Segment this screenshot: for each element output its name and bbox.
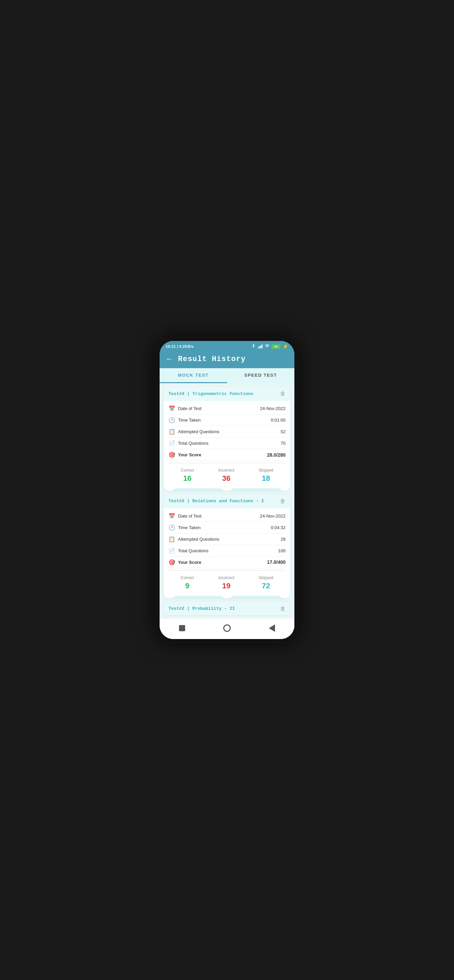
square-icon bbox=[179, 625, 185, 631]
card-1-total-label: 📄 Total Questions bbox=[169, 440, 209, 447]
results-list: Test#4 | Trigonometric Functions 🗑 📅 Dat… bbox=[159, 383, 295, 619]
score-icon: 🎯 bbox=[169, 452, 175, 458]
charging-icon: ⚡ bbox=[282, 344, 288, 349]
card-2-attempted-row: 📋 Attempted Questions 28 bbox=[169, 533, 285, 545]
svg-rect-2 bbox=[261, 345, 261, 348]
clock-icon: 🕐 bbox=[169, 417, 175, 423]
correct-label-2: Correct bbox=[181, 576, 194, 580]
card-2-date-value: 24-Nov-2022 bbox=[260, 514, 285, 519]
card-1-body: 📅 Date of Test 24-Nov-2022 🕐 Time Taken … bbox=[164, 401, 290, 491]
status-bar: 10:21 | 0.2KB/s 60 bbox=[159, 341, 295, 351]
incorrect-value: 36 bbox=[218, 474, 234, 483]
status-icons: 60 ⚡ bbox=[251, 344, 288, 349]
score-icon-2: 🎯 bbox=[169, 559, 175, 566]
correct-label: Correct bbox=[181, 468, 194, 473]
card-2-score-row: 🎯 Your Score 17.0/400 bbox=[169, 557, 285, 568]
card-1-actions: SOLUTION RETAKE bbox=[169, 485, 285, 491]
bluetooth-icon bbox=[251, 344, 256, 349]
card-2-body: 📅 Date of Test 24-Nov-2022 🕐 Time Taken … bbox=[164, 508, 290, 598]
nav-square-button[interactable] bbox=[176, 622, 188, 634]
card-1-attempted-value: 52 bbox=[281, 429, 285, 434]
triangle-icon bbox=[269, 624, 275, 632]
battery-indicator: 60 bbox=[272, 344, 280, 349]
card-1-time-value: 0:01:00 bbox=[271, 417, 285, 423]
card-1-retake-button[interactable]: RETAKE bbox=[229, 488, 284, 491]
signal-icon bbox=[258, 344, 263, 349]
card-1-total-value: 70 bbox=[281, 441, 285, 446]
card-2-total-value: 100 bbox=[278, 548, 285, 553]
nav-back-button[interactable] bbox=[266, 622, 278, 634]
card-3-delete-icon[interactable]: 🗑 bbox=[280, 606, 285, 612]
card-1-date-row: 📅 Date of Test 24-Nov-2022 bbox=[169, 403, 285, 414]
back-button[interactable]: ← bbox=[166, 355, 173, 363]
card-1-correct: Correct 16 bbox=[181, 468, 194, 483]
calendar-icon: 📅 bbox=[169, 405, 175, 412]
total-icon: 📄 bbox=[169, 440, 175, 447]
card-2-solution-button[interactable]: SOLUTION bbox=[170, 596, 225, 598]
card-2-skipped: Skipped 72 bbox=[259, 576, 273, 590]
card-2-divider bbox=[169, 570, 285, 571]
svg-rect-0 bbox=[258, 347, 259, 348]
card-2-incorrect: Incorrect 19 bbox=[218, 576, 234, 590]
card-2-delete-icon[interactable]: 🗑 bbox=[280, 498, 285, 504]
card-1-time-label: 🕐 Time Taken bbox=[169, 417, 201, 423]
phone-device: 10:21 | 0.2KB/s 60 bbox=[156, 337, 298, 643]
card-3-title: Test#2 | Probability - II bbox=[169, 606, 235, 611]
card-1-header: Test#4 | Trigonometric Functions 🗑 bbox=[164, 387, 290, 401]
card-2-total-label: 📄 Total Questions bbox=[169, 547, 209, 554]
card-1-attempted-row: 📋 Attempted Questions 52 bbox=[169, 426, 285, 438]
status-time: 10:21 | 0.2KB/s bbox=[166, 344, 194, 348]
card-1-attempted-label: 📋 Attempted Questions bbox=[169, 428, 219, 435]
card-1-divider bbox=[169, 463, 285, 463]
nav-home-button[interactable] bbox=[221, 622, 233, 634]
wifi-icon bbox=[265, 344, 269, 349]
card-1-delete-icon[interactable]: 🗑 bbox=[280, 391, 285, 397]
clock-icon-2: 🕐 bbox=[169, 524, 175, 531]
skipped-label-2: Skipped bbox=[259, 576, 273, 580]
incorrect-label: Incorrect bbox=[218, 468, 234, 473]
card-2-actions: SOLUTION RETAKE bbox=[169, 592, 285, 598]
card-2-score-value: 17.0/400 bbox=[267, 559, 286, 565]
card-1-solution-button[interactable]: SOLUTION bbox=[170, 488, 225, 491]
card-2-total-row: 📄 Total Questions 100 bbox=[169, 545, 285, 557]
card-1-title: Test#4 | Trigonometric Functions bbox=[169, 391, 253, 396]
calendar-icon-2: 📅 bbox=[169, 513, 175, 519]
attempted-icon: 📋 bbox=[169, 428, 175, 435]
card-1-score-label: 🎯 Your Score bbox=[169, 452, 201, 458]
card-1-skipped: Skipped 18 bbox=[259, 468, 273, 483]
skipped-label: Skipped bbox=[259, 468, 273, 473]
card-1-time-row: 🕐 Time Taken 0:01:00 bbox=[169, 414, 285, 426]
svg-rect-1 bbox=[259, 346, 260, 348]
total-icon-2: 📄 bbox=[169, 547, 175, 554]
card-1-total-row: 📄 Total Questions 70 bbox=[169, 438, 285, 449]
skipped-value-2: 72 bbox=[259, 582, 273, 590]
card-2-header: Test#3 | Relations and Functions - I 🗑 bbox=[164, 494, 290, 508]
card-1-incorrect: Incorrect 36 bbox=[218, 468, 234, 483]
test-card-1: Test#4 | Trigonometric Functions 🗑 📅 Dat… bbox=[164, 387, 290, 491]
tab-speed-test[interactable]: SPEED TEST bbox=[227, 368, 295, 383]
card-2-title: Test#3 | Relations and Functions - I bbox=[169, 498, 264, 504]
tab-mock-test[interactable]: MOCK TEST bbox=[159, 368, 227, 383]
correct-value: 16 bbox=[181, 474, 194, 483]
card-1-score-value: 28.0/280 bbox=[267, 452, 286, 458]
card-2-date-row: 📅 Date of Test 24-Nov-2022 bbox=[169, 511, 285, 522]
incorrect-value-2: 19 bbox=[218, 582, 234, 590]
card-2-attempted-value: 28 bbox=[281, 537, 285, 542]
card-1-stats: Correct 16 Incorrect 36 Skipped 18 bbox=[169, 465, 285, 485]
card-1-date-label: 📅 Date of Test bbox=[169, 405, 201, 412]
tab-bar: MOCK TEST SPEED TEST bbox=[159, 368, 295, 383]
skipped-value: 18 bbox=[259, 474, 273, 483]
card-2-stats: Correct 9 Incorrect 19 Skipped 72 bbox=[169, 573, 285, 592]
card-1-score-row: 🎯 Your Score 28.0/280 bbox=[169, 449, 285, 461]
card-2-retake-button[interactable]: RETAKE bbox=[229, 596, 284, 598]
card-1-date-value: 24-Nov-2022 bbox=[260, 406, 285, 411]
correct-value-2: 9 bbox=[181, 582, 194, 590]
svg-rect-3 bbox=[262, 344, 263, 348]
card-2-time-value: 0:04:32 bbox=[271, 525, 285, 530]
card-2-time-row: 🕐 Time Taken 0:04:32 bbox=[169, 522, 285, 533]
test-card-3: Test#2 | Probability - II 🗑 bbox=[164, 601, 290, 615]
incorrect-label-2: Incorrect bbox=[218, 576, 234, 580]
page-title: Result History bbox=[178, 355, 246, 363]
card-2-time-label: 🕐 Time Taken bbox=[169, 524, 201, 531]
bottom-navigation bbox=[159, 619, 295, 639]
